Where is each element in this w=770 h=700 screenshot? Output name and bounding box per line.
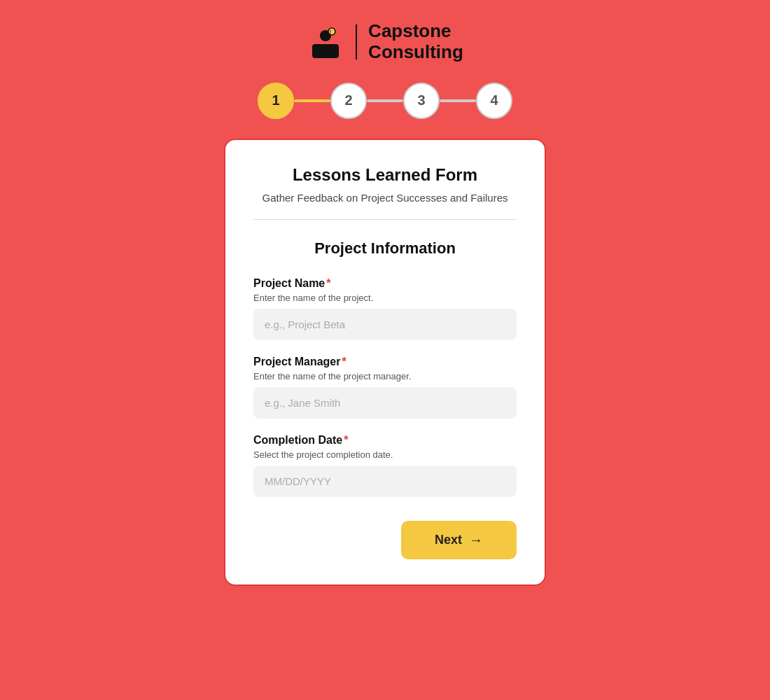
step-2[interactable]: 2: [330, 83, 367, 119]
project-name-required: *: [326, 277, 330, 289]
company-logo-icon: !: [307, 23, 344, 61]
form-subtitle: Gather Feedback on Project Successes and…: [262, 192, 507, 204]
card-divider: [253, 219, 517, 220]
completion-date-input[interactable]: [253, 465, 517, 497]
progress-stepper: 1 2 3 4: [258, 83, 512, 119]
completion-date-required: *: [344, 434, 348, 446]
step-line-1: [294, 99, 330, 102]
project-manager-required: *: [342, 356, 346, 368]
brand-name: Capstone Consulting: [368, 21, 463, 63]
step-3[interactable]: 3: [403, 83, 440, 119]
project-name-hint: Enter the name of the project.: [253, 293, 517, 303]
step-line-2: [367, 99, 403, 102]
project-name-label: Project Name*: [253, 277, 517, 290]
step-line-3: [440, 99, 476, 102]
step-1[interactable]: 1: [258, 83, 294, 119]
svg-rect-0: [312, 44, 339, 58]
project-manager-label: Project Manager*: [253, 356, 517, 368]
logo-divider: [356, 24, 357, 59]
section-title: Project Information: [314, 239, 456, 258]
header: ! Capstone Consulting: [307, 21, 463, 63]
step-4[interactable]: 4: [476, 83, 512, 119]
project-manager-input[interactable]: [253, 387, 517, 419]
project-name-input[interactable]: [253, 309, 517, 340]
completion-date-group: Completion Date* Select the project comp…: [253, 434, 517, 497]
next-arrow-icon: →: [469, 532, 483, 548]
project-name-group: Project Name* Enter the name of the proj…: [253, 277, 517, 340]
project-manager-hint: Enter the name of the project manager.: [253, 371, 517, 382]
form-title: Lessons Learned Form: [293, 165, 477, 185]
completion-date-hint: Select the project completion date.: [253, 449, 517, 460]
completion-date-label: Completion Date*: [253, 434, 517, 447]
next-button[interactable]: Next →: [401, 521, 517, 559]
project-manager-group: Project Manager* Enter the name of the p…: [253, 356, 517, 419]
form-card: Lessons Learned Form Gather Feedback on …: [224, 139, 546, 586]
svg-text:!: !: [330, 29, 331, 34]
